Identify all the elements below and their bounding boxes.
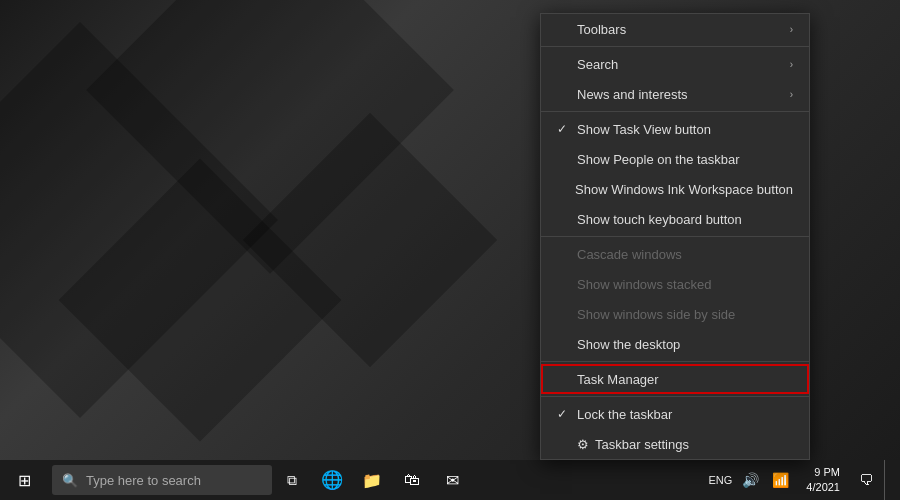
mail-icon[interactable]: ✉ — [432, 460, 472, 500]
menu-item-label-taskbar-settings: Taskbar settings — [595, 437, 689, 452]
menu-item-label-lock-taskbar: Lock the taskbar — [577, 407, 672, 422]
menu-item-label-side-by-side: Show windows side by side — [577, 307, 735, 322]
menu-item-show-touch-keyboard[interactable]: Show touch keyboard button — [541, 204, 809, 234]
submenu-arrow-icon: › — [790, 24, 793, 35]
desktop: Toolbars›Search›News and interests›✓Show… — [0, 0, 900, 500]
menu-item-label-cascade: Cascade windows — [577, 247, 682, 262]
edge-icon[interactable]: 🌐 — [312, 460, 352, 500]
task-view-button[interactable]: ⧉ — [272, 460, 312, 500]
menu-item-label-show-people: Show People on the taskbar — [577, 152, 740, 167]
search-placeholder: Type here to search — [86, 473, 201, 488]
taskbar-right: ENG 🔊 📶 9 PM 4/2021 🗨 — [706, 460, 900, 500]
menu-item-side-by-side: Show windows side by side — [541, 299, 809, 329]
menu-item-stacked: Show windows stacked — [541, 269, 809, 299]
menu-separator — [541, 111, 809, 112]
menu-item-label-toolbars: Toolbars — [577, 22, 626, 37]
language-icon[interactable]: ENG — [706, 460, 734, 500]
taskbar: ⊞ 🔍 Type here to search ⧉ 🌐 📁 🛍 ✉ ENG 🔊 … — [0, 460, 900, 500]
menu-item-label-search: Search — [577, 57, 618, 72]
submenu-arrow-icon: › — [790, 89, 793, 100]
menu-separator — [541, 396, 809, 397]
menu-item-toolbars[interactable]: Toolbars› — [541, 14, 809, 44]
clock[interactable]: 9 PM 4/2021 — [798, 465, 848, 496]
menu-item-label-show-touch-keyboard: Show touch keyboard button — [577, 212, 742, 227]
menu-item-search[interactable]: Search› — [541, 49, 809, 79]
start-icon: ⊞ — [18, 471, 31, 490]
start-button[interactable]: ⊞ — [0, 460, 48, 500]
menu-item-task-manager[interactable]: Task Manager — [541, 364, 809, 394]
menu-item-label-show-ink: Show Windows Ink Workspace button — [575, 182, 793, 197]
show-desktop-button[interactable] — [884, 460, 892, 500]
submenu-arrow-icon: › — [790, 59, 793, 70]
menu-item-lock-taskbar[interactable]: ✓Lock the taskbar — [541, 399, 809, 429]
search-icon: 🔍 — [62, 473, 78, 488]
menu-item-label-stacked: Show windows stacked — [577, 277, 711, 292]
action-center-icon[interactable]: 🗨 — [852, 460, 880, 500]
gear-icon: ⚙ — [577, 437, 589, 452]
menu-item-show-ink[interactable]: Show Windows Ink Workspace button — [541, 174, 809, 204]
menu-item-show-people[interactable]: Show People on the taskbar — [541, 144, 809, 174]
menu-item-cascade: Cascade windows — [541, 239, 809, 269]
menu-item-taskbar-settings[interactable]: ⚙Taskbar settings — [541, 429, 809, 459]
network-icon[interactable]: 📶 — [766, 460, 794, 500]
file-explorer-icon[interactable]: 📁 — [352, 460, 392, 500]
search-bar[interactable]: 🔍 Type here to search — [52, 465, 272, 495]
menu-item-news-interests[interactable]: News and interests› — [541, 79, 809, 109]
menu-item-label-task-manager: Task Manager — [577, 372, 659, 387]
menu-separator — [541, 361, 809, 362]
menu-separator — [541, 46, 809, 47]
store-icon[interactable]: 🛍 — [392, 460, 432, 500]
clock-date: 4/2021 — [806, 480, 840, 495]
volume-icon[interactable]: 🔊 — [736, 460, 764, 500]
context-menu: Toolbars›Search›News and interests›✓Show… — [540, 13, 810, 460]
notification-area: ENG 🔊 📶 — [706, 460, 794, 500]
menu-item-label-news-interests: News and interests — [577, 87, 688, 102]
menu-item-label-show-task-view: Show Task View button — [577, 122, 711, 137]
menu-item-label-show-desktop: Show the desktop — [577, 337, 680, 352]
menu-item-show-task-view[interactable]: ✓Show Task View button — [541, 114, 809, 144]
menu-item-show-desktop[interactable]: Show the desktop — [541, 329, 809, 359]
menu-separator — [541, 236, 809, 237]
clock-time: 9 PM — [806, 465, 840, 480]
